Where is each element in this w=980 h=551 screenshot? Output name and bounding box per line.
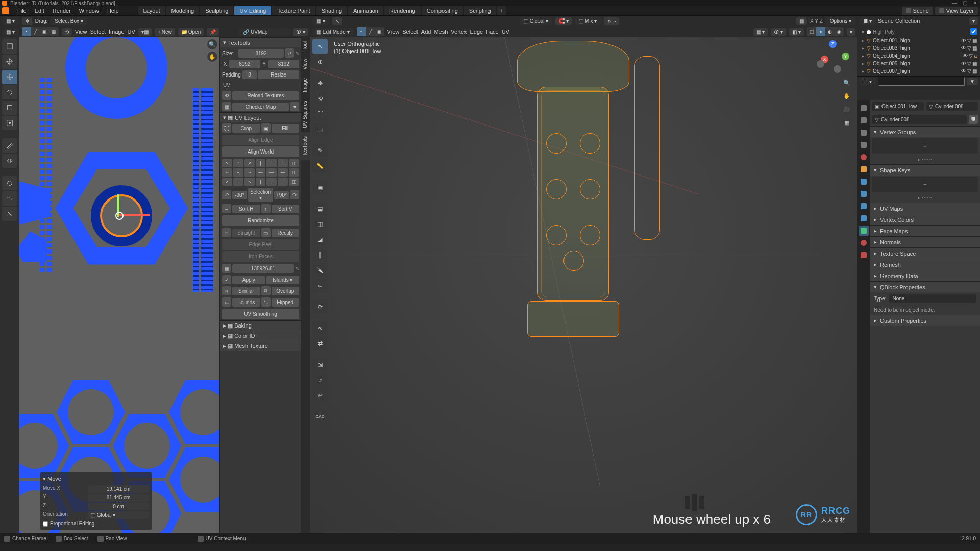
resize-button[interactable]: Resize — [258, 70, 299, 79]
vtool-transform[interactable]: ⬚ — [312, 122, 328, 136]
uv-menu-image[interactable]: Image — [109, 29, 125, 35]
tab-compositing[interactable]: Compositing — [422, 6, 463, 15]
fill-button[interactable]: Fill — [272, 124, 300, 133]
randomize-button[interactable]: Randomize — [222, 215, 299, 226]
breadcrumb-object[interactable]: ▣ Object.001_low — [872, 102, 924, 111]
outliner-item[interactable]: ▸▽Object.001_high👁▽▦ — [860, 37, 978, 44]
vtool-extrude[interactable]: ⬓ — [312, 202, 328, 216]
align-c[interactable]: ＋ — [233, 168, 243, 177]
ptab-object[interactable] — [859, 164, 869, 174]
proportional-toggle[interactable]: ⭘ ▾ — [604, 17, 619, 25]
texel-eyedrop-icon[interactable]: ✎ — [295, 266, 299, 271]
vtool-loopcut[interactable]: ╫ — [312, 247, 328, 262]
crop-button[interactable]: Crop — [232, 124, 260, 133]
viewlayer-selector[interactable]: View Layer — [935, 7, 978, 15]
iron-faces-button[interactable]: Iron Faces — [222, 251, 299, 262]
outliner-filter-icon[interactable]: ▾ — [969, 17, 978, 25]
tab-layout[interactable]: Layout — [138, 6, 165, 15]
move-y-value[interactable]: 81.445 cm — [88, 494, 149, 502]
vtool-cursor[interactable]: ⊕ — [312, 55, 328, 69]
vp-menu-add[interactable]: Add — [421, 29, 431, 35]
menu-edit[interactable]: Edit — [31, 8, 48, 14]
sec-normals[interactable]: ▸Normals — [870, 236, 980, 247]
tab-rendering[interactable]: Rendering — [384, 6, 421, 15]
vtool-shrink[interactable]: ⇲ — [312, 358, 328, 372]
textools-header[interactable]: ▾ TexTools — [220, 37, 301, 47]
maximize-button[interactable]: ▢ — [962, 1, 968, 6]
rectify-button[interactable]: Rectify — [272, 229, 300, 237]
tool-pinch[interactable] — [2, 207, 17, 221]
ptab-render[interactable] — [859, 103, 869, 113]
shade-wire[interactable]: ⬚ — [807, 27, 816, 36]
sort-v-button[interactable]: Sort V — [272, 205, 300, 213]
align-r[interactable]: → — [244, 168, 255, 177]
align-h3[interactable]: — — [278, 168, 288, 177]
texel-density-field[interactable]: 135926.81 — [232, 264, 294, 273]
rot-pos-button[interactable]: +90° — [274, 191, 289, 199]
tool-rotate[interactable] — [2, 85, 17, 99]
tab-scripting[interactable]: Scripting — [464, 6, 496, 15]
snap-element[interactable]: ⬚ Mix ▾ — [575, 17, 601, 25]
align-tb[interactable]: ⁝ — [266, 159, 277, 167]
ptab-constraints[interactable] — [859, 213, 869, 223]
uv-mode-dropdown[interactable]: ▦ ▾ — [2, 28, 19, 36]
overlay-toggle[interactable]: ⦿ ▾ — [771, 28, 786, 36]
align-t[interactable]: ↑ — [233, 159, 243, 167]
uv-menu-uv[interactable]: UV — [128, 29, 135, 35]
minimize-button[interactable]: — — [951, 1, 958, 6]
gizmo-vis-toggle[interactable]: ▦ — [796, 17, 807, 25]
align-rb[interactable]: ⁝ — [278, 159, 288, 167]
tab-texture-paint[interactable]: Texture Paint — [272, 6, 315, 15]
pan-icon[interactable]: ✋ — [207, 52, 217, 62]
vtab-tool[interactable]: Tool — [301, 37, 310, 55]
vp-menu-uv[interactable]: UV — [502, 29, 509, 35]
zoom-icon[interactable]: 🔍 — [841, 77, 852, 88]
align-v1[interactable]: | — [256, 178, 266, 186]
tool-rip[interactable] — [2, 154, 17, 168]
sec-remesh[interactable]: ▸Remesh — [870, 259, 980, 270]
vtab-textools[interactable]: TexTools — [301, 132, 310, 160]
align-tl[interactable]: ↖ — [222, 159, 232, 167]
tab-shading[interactable]: Shading — [316, 6, 347, 15]
tab-sculpting[interactable]: Sculpting — [200, 6, 233, 15]
sec-shape-keys[interactable]: ▾Shape Keys — [870, 164, 980, 176]
viewport-canvas[interactable]: ↖ ⊕ ✥ ⟲ ⛶ ⬚ ✎ 📏 ▣ ⬓ ◫ ◢ ╫ 🔪 ▱ ⟳ — [310, 37, 857, 533]
camera-icon[interactable]: 🎥 — [841, 104, 852, 115]
align-v3[interactable]: ⁝ — [278, 178, 288, 186]
islands-dropdown[interactable]: Islands ▾ — [266, 276, 300, 284]
close-button[interactable]: ✕ — [972, 1, 978, 6]
tool-scale[interactable] — [2, 101, 17, 115]
open-image-button[interactable]: 📁 Open — [178, 28, 204, 36]
ptab-output[interactable] — [859, 115, 869, 126]
align-bl[interactable]: ↙ — [222, 178, 232, 186]
breadcrumb-mesh[interactable]: ▽ Cylinder.008 — [926, 102, 978, 111]
sec-custom-props[interactable]: ▸Custom Properties — [870, 315, 980, 326]
vtool-rip[interactable]: ✂ — [312, 388, 328, 403]
tool-transform[interactable] — [2, 116, 17, 130]
align-b[interactable]: ◫ — [289, 168, 299, 177]
shape-keys-list[interactable]: ＋ — [872, 177, 978, 192]
vtool-rotate[interactable]: ⟲ — [312, 91, 328, 106]
align-lbar[interactable]: | — [256, 159, 266, 167]
align-world-button[interactable]: Align World — [222, 146, 299, 157]
vtool-knife[interactable]: 🔪 — [312, 263, 328, 277]
pan-icon[interactable]: ✋ — [841, 90, 852, 102]
xray-toggle[interactable]: ◧ ▾ — [789, 28, 804, 36]
type-dropdown[interactable]: None — [889, 294, 976, 303]
move-z-value[interactable]: 0 cm — [88, 503, 149, 510]
drag-mode-dropdown[interactable]: Select Box ▾ — [51, 17, 87, 25]
vtool-bevel[interactable]: ◢ — [312, 232, 328, 246]
mesh-display-toggle[interactable]: ▦ ▾ — [753, 28, 768, 36]
align-h1[interactable]: — — [256, 168, 266, 177]
tool-grab[interactable] — [2, 176, 17, 190]
select-mode-face[interactable]: ▣ — [40, 27, 50, 36]
sort-h-button[interactable]: Sort H — [232, 205, 260, 213]
sel-edge[interactable]: ╱ — [366, 27, 375, 36]
tool-move[interactable] — [2, 70, 17, 84]
tab-modeling[interactable]: Modeling — [166, 6, 200, 15]
select-mode-vertex[interactable]: • — [22, 27, 31, 36]
vtool-move[interactable]: ✥ — [312, 76, 328, 90]
align-a[interactable]: ◫ — [289, 159, 299, 167]
size-x-field[interactable]: 8192 — [229, 60, 260, 68]
menu-help[interactable]: Help — [103, 8, 123, 14]
